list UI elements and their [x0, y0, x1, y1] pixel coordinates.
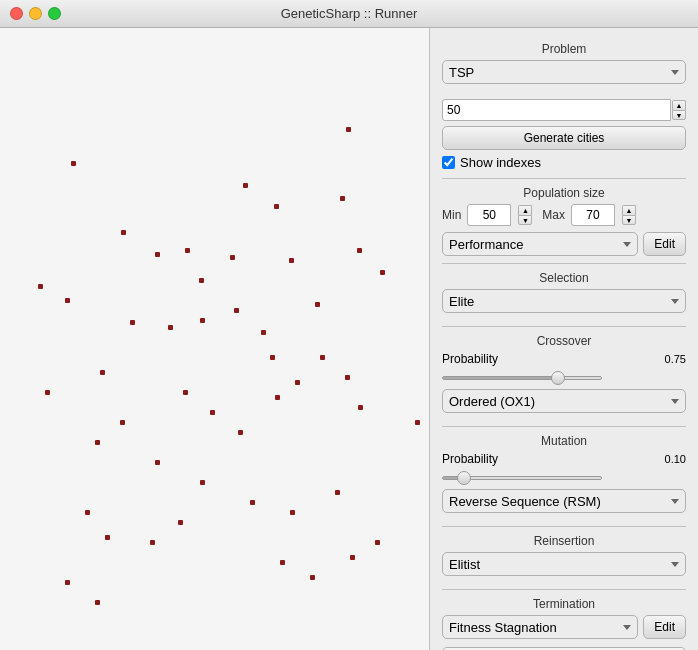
city-dot: [250, 500, 255, 505]
crossover-section-label: Crossover: [442, 334, 686, 348]
city-dot: [274, 204, 279, 209]
city-dot: [315, 302, 320, 307]
city-dot: [350, 555, 355, 560]
generate-cities-button[interactable]: Generate cities: [442, 126, 686, 150]
window-controls: [10, 7, 61, 20]
city-dot: [270, 355, 275, 360]
spinner-down[interactable]: ▼: [672, 110, 686, 120]
city-dot: [38, 284, 43, 289]
city-dot: [199, 278, 204, 283]
right-panel: Problem TSPKnapsackSudoku ▲ ▼ Generate c…: [430, 28, 698, 650]
termination-edit-button[interactable]: Edit: [643, 615, 686, 639]
cities-count-input[interactable]: [442, 99, 671, 121]
mutation-section-label: Mutation: [442, 434, 686, 448]
city-dot: [185, 248, 190, 253]
cities-spinner-arrows[interactable]: ▲ ▼: [672, 100, 686, 120]
canvas-area: [0, 28, 430, 650]
city-dot: [150, 540, 155, 545]
min-spinner[interactable]: ▲ ▼: [518, 205, 532, 225]
max-label: Max: [542, 208, 565, 222]
city-dot: [358, 405, 363, 410]
maximize-button[interactable]: [48, 7, 61, 20]
city-dot: [289, 258, 294, 263]
show-indexes-checkbox[interactable]: [442, 156, 455, 169]
city-dot: [65, 580, 70, 585]
min-label: Min: [442, 208, 461, 222]
performance-edit-button[interactable]: Edit: [643, 232, 686, 256]
city-dot: [295, 380, 300, 385]
city-dot: [340, 196, 345, 201]
mutation-dropdown[interactable]: Reverse Sequence (RSM)TworsDisplacement: [442, 489, 686, 513]
city-dot: [85, 510, 90, 515]
population-size-label: Population size: [442, 186, 686, 200]
city-dot: [95, 600, 100, 605]
city-dot: [380, 270, 385, 275]
title-bar: GeneticSharp :: Runner: [0, 0, 698, 28]
main-content: Problem TSPKnapsackSudoku ▲ ▼ Generate c…: [0, 28, 698, 650]
problem-dropdown[interactable]: TSPKnapsackSudoku: [442, 60, 686, 84]
city-dot: [275, 395, 280, 400]
max-spinner[interactable]: ▲ ▼: [622, 205, 636, 225]
city-dot: [168, 325, 173, 330]
min-spinner-up[interactable]: ▲: [518, 205, 532, 215]
termination-section-label: Termination: [442, 597, 686, 611]
city-dot: [95, 440, 100, 445]
max-population-input[interactable]: [571, 204, 615, 226]
spinner-up[interactable]: ▲: [672, 100, 686, 110]
city-dot: [357, 248, 362, 253]
crossover-probability-label: Probability: [442, 352, 498, 366]
max-spinner-down[interactable]: ▼: [622, 215, 636, 225]
termination-row: Fitness StagnationGeneration NumberTime …: [442, 615, 686, 639]
city-dot: [178, 520, 183, 525]
city-dot: [121, 230, 126, 235]
show-indexes-row: Show indexes: [442, 155, 686, 170]
city-dot: [100, 370, 105, 375]
city-dot: [155, 252, 160, 257]
city-dot: [243, 183, 248, 188]
city-dot: [105, 535, 110, 540]
city-dot: [346, 127, 351, 132]
city-dot: [120, 420, 125, 425]
minimize-button[interactable]: [29, 7, 42, 20]
city-dot: [71, 161, 76, 166]
termination-dropdown[interactable]: Fitness StagnationGeneration NumberTime …: [442, 615, 638, 639]
city-dot: [310, 575, 315, 580]
reinsertion-section-label: Reinsertion: [442, 534, 686, 548]
city-dot: [280, 560, 285, 565]
city-dot: [261, 330, 266, 335]
city-dot: [415, 420, 420, 425]
city-dot: [45, 390, 50, 395]
max-spinner-up[interactable]: ▲: [622, 205, 636, 215]
mutation-probability-label: Probability: [442, 452, 498, 466]
city-dot: [375, 540, 380, 545]
problem-section-label: Problem: [442, 42, 686, 56]
show-indexes-label: Show indexes: [460, 155, 541, 170]
city-dot: [130, 320, 135, 325]
performance-row: PerformanceBalancedQuality Edit: [442, 232, 686, 256]
selection-section-label: Selection: [442, 271, 686, 285]
population-size-row: Min ▲ ▼ Max ▲ ▼: [442, 204, 686, 226]
city-dot: [320, 355, 325, 360]
crossover-probability-slider[interactable]: [442, 376, 602, 380]
city-dot: [335, 490, 340, 495]
city-dot: [200, 480, 205, 485]
crossover-dropdown[interactable]: Ordered (OX1)Partially Mapped (PMX)Cycle…: [442, 389, 686, 413]
close-button[interactable]: [10, 7, 23, 20]
performance-dropdown[interactable]: PerformanceBalancedQuality: [442, 232, 638, 256]
city-dot: [234, 308, 239, 313]
city-dot: [65, 298, 70, 303]
min-population-input[interactable]: [467, 204, 511, 226]
city-dot: [230, 255, 235, 260]
selection-dropdown[interactable]: EliteRoulette WheelTournament: [442, 289, 686, 313]
reinsertion-dropdown[interactable]: ElitistPureFitness Based: [442, 552, 686, 576]
mutation-probability-slider[interactable]: [442, 476, 602, 480]
crossover-probability-value: 0.75: [665, 353, 686, 365]
window-title: GeneticSharp :: Runner: [281, 6, 418, 21]
city-dot: [155, 460, 160, 465]
city-dot: [183, 390, 188, 395]
min-spinner-down[interactable]: ▼: [518, 215, 532, 225]
city-dot: [238, 430, 243, 435]
mutation-probability-value: 0.10: [665, 453, 686, 465]
city-dot: [290, 510, 295, 515]
city-dot: [345, 375, 350, 380]
